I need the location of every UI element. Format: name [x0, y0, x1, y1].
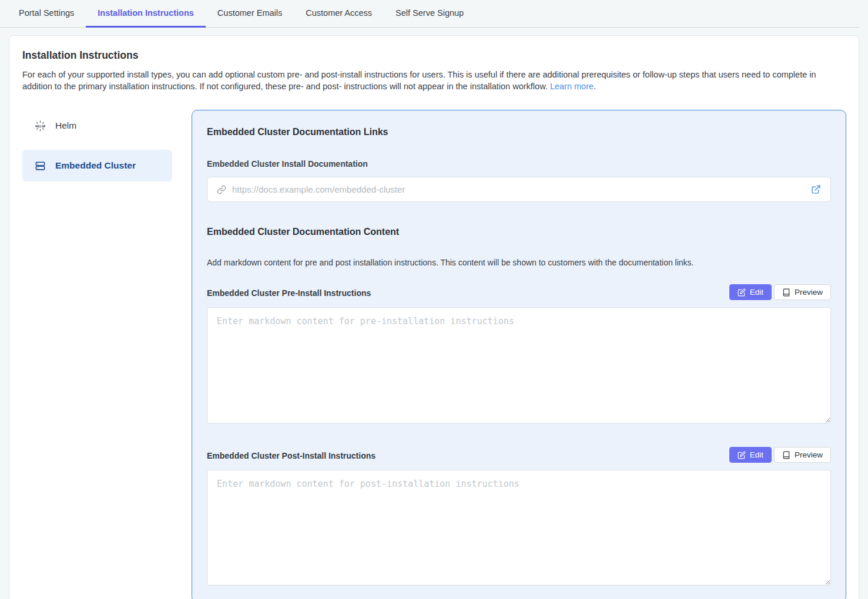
top-tab-bar: Portal Settings Installation Instruction… — [0, 0, 859, 28]
sidebar-item-helm[interactable]: HELM Helm — [22, 110, 172, 142]
sidebar-item-embedded-cluster[interactable]: Embedded Cluster — [22, 150, 172, 181]
pre-install-label: Embedded Cluster Pre-Install Instruction… — [207, 288, 371, 300]
post-install-edit-button[interactable]: Edit — [729, 447, 772, 463]
documentation-content-title: Embedded Cluster Documentation Content — [207, 227, 831, 237]
pre-install-preview-label: Preview — [795, 288, 823, 297]
sidebar-item-label: Embedded Cluster — [55, 160, 136, 171]
learn-more-link[interactable]: Learn more — [550, 82, 594, 91]
embedded-cluster-panel: Embedded Cluster Documentation Links Emb… — [192, 110, 846, 599]
post-install-preview-label: Preview — [795, 450, 823, 459]
content-row: HELM Helm Embedded Cluster — [22, 110, 846, 599]
tab-installation-instructions[interactable]: Installation Instructions — [86, 0, 206, 28]
pre-install-header-row: Embedded Cluster Pre-Install Instruction… — [207, 284, 831, 300]
page-title: Installation Instructions — [22, 49, 846, 62]
server-stack-icon — [35, 160, 46, 171]
pre-install-mode-toggle: Edit Preview — [729, 284, 831, 300]
book-icon — [782, 288, 790, 297]
page-description-text: For each of your supported install types… — [22, 70, 816, 91]
post-install-label: Embedded Cluster Post-Install Instructio… — [207, 451, 376, 463]
open-external-link-button[interactable] — [810, 183, 822, 196]
install-doc-url-input[interactable] — [232, 184, 810, 194]
tab-customer-emails[interactable]: Customer Emails — [206, 0, 294, 28]
post-install-edit-label: Edit — [750, 450, 763, 459]
page-description: For each of your supported install types… — [22, 69, 846, 92]
sidebar-item-label: Helm — [55, 120, 76, 131]
main-card: Installation Instructions For each of yo… — [9, 35, 859, 599]
helm-icon: HELM — [35, 120, 46, 132]
documentation-content-description: Add markdown content for pre and post in… — [207, 258, 831, 267]
tab-self-serve-signup[interactable]: Self Serve Signup — [384, 0, 475, 28]
documentation-links-title: Embedded Cluster Documentation Links — [207, 127, 831, 137]
install-doc-label: Embedded Cluster Install Documentation — [207, 159, 831, 169]
learn-more-period: . — [594, 82, 596, 91]
pre-install-preview-button[interactable]: Preview — [774, 284, 831, 300]
install-type-nav: HELM Helm Embedded Cluster — [22, 110, 172, 190]
svg-text:HELM: HELM — [35, 124, 45, 127]
pre-install-edit-button[interactable]: Edit — [729, 284, 772, 300]
book-icon — [782, 451, 790, 459]
pre-install-edit-label: Edit — [750, 288, 763, 297]
edit-pencil-icon — [738, 451, 746, 459]
install-doc-url-field — [207, 177, 831, 202]
external-link-icon — [811, 184, 821, 194]
post-install-textarea[interactable] — [207, 470, 831, 585]
post-install-mode-toggle: Edit Preview — [729, 447, 831, 463]
link-icon — [217, 185, 226, 194]
post-install-header-row: Embedded Cluster Post-Install Instructio… — [207, 447, 831, 463]
edit-pencil-icon — [738, 288, 746, 297]
post-install-preview-button[interactable]: Preview — [774, 447, 831, 463]
pre-install-textarea[interactable] — [207, 307, 831, 423]
tab-customer-access[interactable]: Customer Access — [294, 0, 384, 28]
tab-portal-settings[interactable]: Portal Settings — [7, 0, 86, 28]
